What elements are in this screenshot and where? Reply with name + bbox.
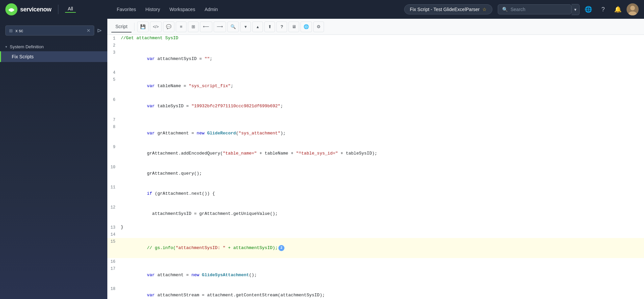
toolbar-collapse-btn[interactable]: ▾ [240, 21, 251, 32]
code-line-12: 12 attachmentSysID = grAttachment.getUni… [107, 204, 644, 224]
line-num-16: 16 [107, 258, 119, 265]
line-content-9: grAttachment.addEncodedQuery("table_name… [119, 143, 644, 164]
line-content-14 [119, 231, 644, 238]
logo[interactable]: servicenow [5, 3, 51, 15]
code-line-6: 6 var tableSysID = "19932bfc2f971110ccc9… [107, 96, 644, 116]
line-content-5: var tableName = "sys_script_fix"; [119, 76, 644, 96]
section-label: System Definition [10, 44, 44, 49]
nav-admin[interactable]: Admin [201, 4, 222, 15]
breadcrumb-text: Fix Script - Test GlideExcelParser [410, 7, 480, 12]
nav-favorites[interactable]: Favorites [113, 4, 140, 15]
nav-all-label[interactable]: All [65, 6, 76, 13]
chevron-up-icon: ▴ [257, 24, 259, 29]
toolbar-monitor-btn[interactable]: 🖥 [288, 21, 299, 32]
line-num-3: 3 [107, 49, 119, 56]
code-line-8: 8 var grAttachment = new GlideRecord("sy… [107, 123, 644, 143]
toolbar-save-code-btn[interactable]: 💾 [137, 21, 149, 32]
toolbar-table-btn[interactable]: ⊞ [188, 21, 199, 32]
line-num-1: 1 [107, 35, 119, 42]
toolbar-right-arrow-btn[interactable]: ⟶ [214, 21, 226, 32]
line-content-17: var attachment = new GlideSysAttachment(… [119, 265, 644, 285]
avatar[interactable] [627, 3, 639, 15]
line-content-10: grAttachment.query(); [119, 164, 644, 184]
code-line-10: 10 grAttachment.query(); [107, 164, 644, 184]
nav-history[interactable]: History [142, 4, 164, 15]
line-content-13: } [119, 224, 644, 231]
globe-icon: 🌐 [585, 6, 592, 13]
code-line-18: 18 var attachmentStream = attachment.get… [107, 285, 644, 299]
logo-area: servicenow All [0, 3, 107, 15]
line-num-8: 8 [107, 123, 119, 130]
chat-icon: 💬 [166, 24, 171, 29]
toolbar-chat-btn[interactable]: 💬 [163, 21, 174, 32]
code-editor[interactable]: 1 //Get attachment SysID 2 3 var attachm… [107, 35, 644, 299]
code-line-7: 7 [107, 116, 644, 123]
search-dropdown-btn[interactable]: ▾ [572, 4, 580, 15]
nav-right: 🔍 ▾ 🌐 ? 🔔 [492, 3, 644, 15]
line-content-8: var grAttachment = new GlideRecord("sys_… [119, 123, 644, 143]
search-input[interactable] [511, 7, 567, 12]
filter-bar: ⊞ ✕ ⊳ [0, 23, 107, 38]
code-line-15: 15 // gs.info("attachmentSysID: " + atta… [107, 238, 644, 258]
line-num-14: 14 [107, 231, 119, 238]
search-box[interactable]: 🔍 [498, 4, 572, 14]
chevron-down-icon: ▾ [574, 7, 577, 12]
clear-filter-btn[interactable]: ✕ [87, 28, 91, 33]
toolbar-settings-btn[interactable]: ⚙ [313, 21, 324, 32]
sidebar-section-system-definition: ▾ System Definition Fix Scripts [0, 41, 107, 63]
toolbar-comment-btn[interactable]: </> [150, 21, 162, 32]
line-num-6: 6 [107, 96, 119, 103]
star-icon[interactable]: ☆ [482, 7, 487, 12]
sidebar-filter-input[interactable] [15, 28, 84, 33]
code-line-13: 13 } [107, 224, 644, 231]
format-icon: ≡ [180, 24, 182, 29]
svg-point-2 [630, 6, 635, 10]
line-num-12: 12 [107, 204, 119, 211]
toolbar-export-btn[interactable]: ⬆ [264, 21, 275, 32]
code-line-11: 11 if (grAttachment.next()) { [107, 184, 644, 204]
line-num-11: 11 [107, 184, 119, 191]
line-content-11: if (grAttachment.next()) { [119, 184, 644, 204]
right-arrow-icon: ⟶ [217, 24, 223, 29]
help-icon-btn[interactable]: ? [597, 3, 609, 15]
code-line-16: 16 [107, 258, 644, 265]
filter-input-wrap[interactable]: ⊞ ✕ [5, 25, 94, 36]
table-icon: ⊞ [192, 24, 195, 29]
bell-icon: 🔔 [614, 6, 622, 13]
line-num-18: 18 [107, 285, 119, 292]
line-content-4 [119, 69, 644, 76]
search-icon: 🔍 [502, 7, 508, 12]
content-area: Script 💾 </> 💬 ≡ ⊞ ⟵ ⟶ [107, 19, 644, 299]
line-content-6: var tableSysID = "19932bfc2f971110ccc982… [119, 96, 644, 116]
line-content-3: var attachmentSysID = ""; [119, 49, 644, 69]
bookmark-icon[interactable]: ⊳ [97, 27, 102, 34]
code-line-2: 2 [107, 42, 644, 49]
toolbar-zoom-btn[interactable]: 🔍 [227, 21, 239, 32]
breadcrumb-pill[interactable]: Fix Script - Test GlideExcelParser ☆ [404, 4, 492, 14]
globe-icon-btn[interactable]: 🌐 [582, 3, 594, 15]
toolbar-left-arrow-btn[interactable]: ⟵ [200, 21, 212, 32]
logo-text: servicenow [20, 6, 51, 13]
nav-workspaces[interactable]: Workspaces [165, 4, 199, 15]
sidebar-section-header[interactable]: ▾ System Definition [0, 42, 107, 51]
toolbar-tab-script[interactable]: Script [111, 21, 131, 33]
line-num-17: 17 [107, 265, 119, 272]
zoom-icon: 🔍 [230, 24, 236, 29]
toolbar-format-btn[interactable]: ≡ [176, 21, 186, 32]
servicenow-logo-icon [5, 3, 17, 15]
globe-icon: 🌐 [304, 24, 309, 29]
sidebar-item-label: Fix Scripts [12, 54, 34, 59]
code-line-14: 14 [107, 231, 644, 238]
question-icon: ? [601, 6, 605, 13]
sidebar-item-fix-scripts[interactable]: Fix Scripts [0, 51, 107, 62]
left-arrow-icon: ⟵ [203, 24, 209, 29]
line-num-7: 7 [107, 116, 119, 123]
toolbar-expand-btn[interactable]: ▴ [252, 21, 263, 32]
comment-icon: </> [153, 24, 159, 29]
code-line-17: 17 var attachment = new GlideSysAttachme… [107, 265, 644, 285]
code-line-5: 5 var tableName = "sys_script_fix"; [107, 76, 644, 96]
notifications-icon-btn[interactable]: 🔔 [612, 3, 624, 15]
code-line-1: 1 //Get attachment SysID [107, 35, 644, 42]
toolbar-globe-btn[interactable]: 🌐 [301, 21, 312, 32]
toolbar-help-btn[interactable]: ? [276, 21, 287, 32]
